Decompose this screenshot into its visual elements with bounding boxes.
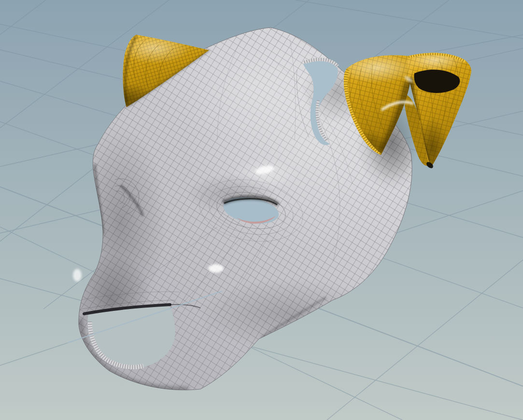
viewport-svg[interactable] (0, 0, 523, 420)
viewport-canvas[interactable] (0, 0, 523, 420)
